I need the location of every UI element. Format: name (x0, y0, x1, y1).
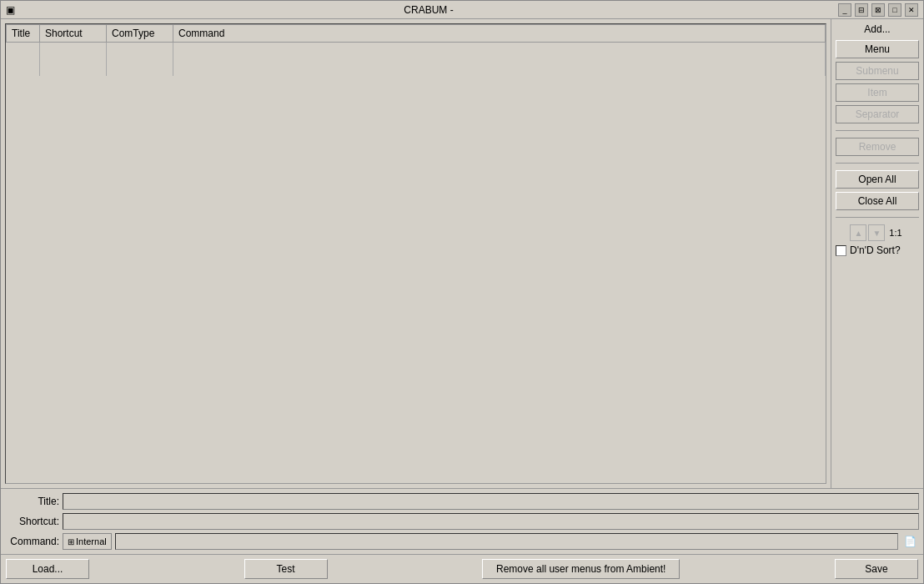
menu-table: Title Shortcut ComType Command (6, 24, 826, 76)
title-bar-icons: _ ⊟ ⊠ □ ✕ (838, 3, 918, 17)
command-browse-icon[interactable]: 📄 (901, 536, 919, 547)
main-content: Title Shortcut ComType Command Add. (1, 19, 923, 488)
title-input[interactable] (63, 493, 919, 510)
add-separator-button: Separator (836, 105, 919, 123)
close-icon[interactable]: ✕ (905, 3, 918, 17)
add-menu-button[interactable]: Menu (836, 40, 919, 58)
main-window: ▣ CRABUM - _ ⊟ ⊠ □ ✕ Title Shortcut ComT… (0, 0, 924, 584)
col-header-shortcut: Shortcut (40, 25, 107, 43)
command-field-label: Command: (5, 536, 59, 547)
command-type-label: Internal (76, 536, 107, 546)
test-button[interactable]: Test (244, 559, 328, 579)
maximize-icon[interactable]: □ (888, 3, 901, 17)
nav-row: ▲ ▼ 1:1 (836, 224, 919, 241)
dnd-sort-checkbox[interactable] (836, 245, 846, 256)
separator-2 (836, 163, 919, 164)
restore-icon[interactable]: ⊠ (871, 3, 885, 17)
bottom-bar: Load... Test Remove all user menus from … (1, 554, 923, 583)
table-row (7, 43, 826, 59)
command-type-button[interactable]: ⊞ Internal (63, 533, 112, 550)
shortcut-field-row: Shortcut: (5, 513, 919, 530)
open-all-button[interactable]: Open All (836, 170, 919, 189)
dnd-sort-label: D'n'D Sort? (850, 244, 901, 256)
window-title: CRABUM - (19, 4, 838, 16)
col-header-command: Command (173, 25, 826, 43)
bottom-fields: Title: Shortcut: Command: ⊞ Internal 📄 (1, 488, 923, 554)
tile-icon[interactable]: ⊟ (855, 3, 868, 17)
load-button[interactable]: Load... (6, 559, 89, 579)
shortcut-field-label: Shortcut: (5, 516, 59, 527)
minimize-icon[interactable]: _ (838, 3, 851, 17)
remove-all-button[interactable]: Remove all user menus from Ambient! (482, 559, 680, 579)
save-button[interactable]: Save (835, 559, 918, 579)
menu-table-container[interactable]: Title Shortcut ComType Command (5, 23, 826, 484)
title-field-label: Title: (5, 496, 59, 507)
nav-up-icon: ▲ (850, 224, 866, 241)
command-type-icon: ⊞ (68, 537, 74, 546)
title-bar: ▣ CRABUM - _ ⊟ ⊠ □ ✕ (1, 1, 923, 19)
add-label: Add... (836, 23, 919, 35)
col-header-title: Title (7, 25, 40, 43)
ratio-label: 1:1 (886, 228, 904, 238)
left-panel: Title Shortcut ComType Command (1, 19, 831, 488)
right-panel: Add... Menu Submenu Item Separator Remov… (831, 19, 923, 488)
close-all-button[interactable]: Close All (836, 192, 919, 210)
add-item-button: Item (836, 83, 919, 102)
nav-down-icon: ▼ (868, 224, 885, 241)
title-field-row: Title: (5, 493, 919, 510)
add-submenu-button: Submenu (836, 62, 919, 80)
dnd-row: D'n'D Sort? (836, 244, 919, 256)
table-row (7, 59, 826, 76)
command-input[interactable] (115, 533, 898, 550)
separator-1 (836, 130, 919, 131)
separator-3 (836, 217, 919, 218)
command-field-row: Command: ⊞ Internal 📄 (5, 533, 919, 550)
shortcut-input[interactable] (63, 513, 919, 530)
col-header-comtype: ComType (107, 25, 173, 43)
remove-button: Remove (836, 138, 919, 156)
window-icon: ▣ (6, 4, 19, 16)
